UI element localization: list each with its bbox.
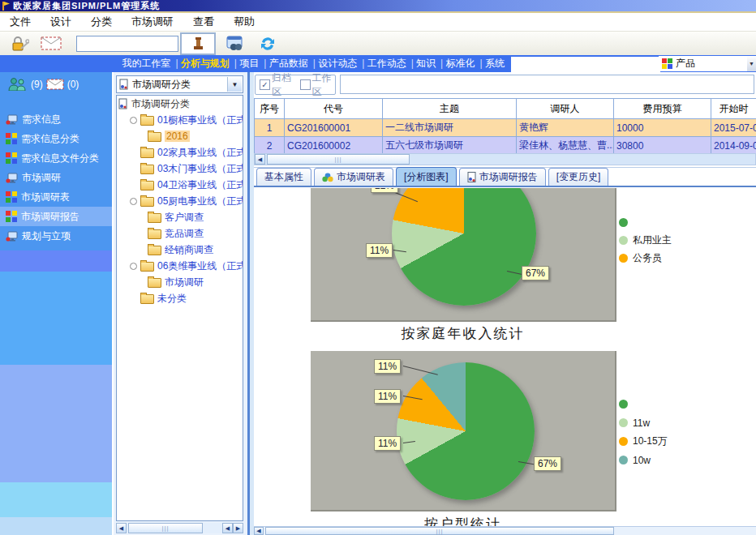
legend-swatch (619, 254, 628, 263)
nav-design-activity[interactable]: 设计动态 (311, 57, 359, 71)
category-dropdown[interactable]: 产品 (659, 56, 750, 71)
archive-zone-filter[interactable]: ✓ 归档区 (260, 71, 295, 99)
tab-change-history[interactable]: [变更历史] (548, 168, 609, 186)
window-search-icon[interactable] (222, 34, 248, 54)
housetype-pie-chart[interactable] (397, 362, 535, 500)
work-label: 工作区 (312, 71, 336, 99)
col-code[interactable]: 代号 (285, 99, 383, 119)
menu-market-research[interactable]: 市场调研 (122, 15, 183, 29)
col-start[interactable]: 开始时 (711, 99, 756, 119)
menu-help[interactable]: 帮助 (224, 15, 264, 29)
sidebar-item-planning[interactable]: 规划与立项 (0, 226, 112, 246)
tree-node[interactable]: 06奥维事业线（正式 (117, 258, 243, 274)
chevron-down-icon[interactable]: ▼ (747, 56, 756, 71)
tree-node[interactable]: 市场调研 (117, 274, 243, 290)
pie-label: 11% (374, 436, 401, 451)
tree-node[interactable]: 02家具事业线（正式 (117, 144, 243, 160)
filter-input[interactable] (340, 75, 754, 94)
tree-node[interactable]: 05厨电事业线（正式 (117, 193, 243, 209)
main-content: ✓ 归档区 工作区 序号 代号 主题 调研人 费用预算 开始时 1 (254, 72, 756, 535)
archive-checkbox[interactable]: ✓ (260, 79, 270, 90)
tree-expand-handle[interactable] (130, 117, 137, 124)
sidebar-item-market-research[interactable]: 市场调研 (0, 168, 112, 187)
nav-knowledge[interactable]: 知识 (409, 57, 438, 71)
tab-market-research-report[interactable]: 市场调研报告 (459, 168, 546, 186)
tree-node[interactable]: 04卫浴事业线（正式 (117, 177, 243, 193)
chevron-down-icon[interactable]: ▼ (227, 77, 242, 92)
grid-icon (662, 58, 672, 69)
pie-label: 11% (366, 243, 393, 258)
table-horizontal-scrollbar[interactable]: ◀ ||| (254, 153, 756, 165)
legend-item (619, 216, 672, 229)
tree-node[interactable]: 竞品调查 (117, 225, 243, 242)
table-row[interactable]: 2 CG201600002 五六七级市场调研 梁佳林、杨慧慧、曹... 3080… (255, 137, 756, 155)
sidebar-item-market-research-form[interactable]: 市场调研表 (0, 187, 112, 207)
tree-node[interactable]: 03木门事业线（正式 (117, 160, 243, 177)
menu-category[interactable]: 分类 (81, 15, 122, 29)
tab-basic-properties[interactable]: 基本属性 (256, 168, 311, 186)
menu-file[interactable]: 文件 (0, 15, 41, 29)
scroll-left-icon[interactable]: ◀ (255, 154, 265, 165)
scrollbar-thumb[interactable]: ||| (265, 527, 614, 535)
users-icon[interactable] (8, 78, 28, 91)
tree-horizontal-scrollbar[interactable]: ◀ ||| ◀ ▶ (116, 523, 243, 533)
scroll-right-icon[interactable]: ▶ (233, 523, 243, 533)
income-pie-chart[interactable] (392, 188, 536, 306)
tree-node[interactable]: 经销商调查 (117, 242, 243, 258)
category-tree: 市场调研分类 01橱柜事业线（正式 2016 02家具事业线（正式 03木门事业… (116, 95, 243, 521)
nav-system[interactable]: 系统 (478, 57, 507, 71)
legend-label: 10w (633, 455, 651, 466)
col-subject[interactable]: 主题 (383, 99, 517, 119)
table-header-row: 序号 代号 主题 调研人 费用预算 开始时 (255, 99, 756, 119)
legend-swatch (619, 400, 628, 409)
chart-horizontal-scrollbar[interactable]: ◀ ||| (254, 526, 756, 535)
tree-category-dropdown[interactable]: 市场调研分类 ▼ (116, 75, 243, 93)
tree-node[interactable]: 客户调查 (117, 209, 243, 225)
nav-project[interactable]: 项目 (232, 57, 261, 71)
menu-view[interactable]: 查看 (183, 15, 224, 29)
lock-key-icon[interactable] (11, 36, 29, 52)
tree-expand-handle[interactable] (130, 263, 137, 270)
nav-product-data[interactable]: 产品数据 (261, 57, 310, 71)
tab-market-research-form[interactable]: 市场调研表 (314, 168, 393, 186)
tab-analysis-charts[interactable]: [分析图表] (396, 167, 457, 186)
sidebar-item-requirement-file-category[interactable]: 需求信息文件分类 (0, 148, 112, 168)
pie-label: 22% (371, 188, 398, 193)
mail-icon[interactable] (41, 36, 62, 50)
legend-swatch (619, 218, 628, 227)
col-budget[interactable]: 费用预算 (614, 99, 711, 119)
sidebar-item-requirement-info[interactable]: 需求信息 (0, 109, 112, 129)
folder-icon (140, 197, 154, 207)
sidebar-item-market-research-report[interactable]: 市场调研报告 (0, 207, 112, 226)
application-window: 欧派家居集团SIPM/PLM管理系统 文件 设计 分类 市场调研 查看 帮助 (0, 0, 756, 535)
tree-root[interactable]: 市场调研分类 (117, 96, 243, 112)
nav-search-input[interactable] (511, 57, 660, 72)
scrollbar-thumb[interactable]: ||| (267, 154, 410, 165)
menu-design[interactable]: 设计 (41, 15, 81, 29)
nav-work-activity[interactable]: 工作动态 (359, 57, 408, 71)
scroll-left-icon[interactable]: ◀ (116, 523, 127, 533)
mail-icon[interactable] (46, 79, 64, 90)
col-seq[interactable]: 序号 (255, 99, 285, 119)
table-row[interactable]: 1 CG201600001 一二线市场调研 黄艳辉 10000 2015-07-… (255, 119, 756, 137)
toolbar-search-input[interactable] (76, 36, 178, 52)
analysis-chart-region: 22% 11% 67% 私用业主 公务员 按家庭年收入统计 11% 11% 11… (254, 187, 756, 535)
refresh-icon[interactable] (255, 34, 281, 54)
sidebar-item-requirement-category[interactable]: 需求信息分类 (0, 129, 112, 148)
tree-node[interactable]: 未分类 (117, 290, 243, 306)
scroll-left-icon[interactable]: ◀ (254, 527, 264, 535)
nav-analysis-planning[interactable]: 分析与规划 (173, 57, 231, 71)
seal-stamp-button[interactable] (180, 32, 216, 55)
scroll-left-icon[interactable]: ◀ (222, 523, 233, 533)
tree-expand-handle[interactable] (130, 198, 137, 205)
tree-node[interactable]: 2016 (117, 128, 243, 144)
tab-label: [分析图表] (404, 170, 449, 184)
scrollbar-thumb[interactable]: ||| (128, 523, 203, 533)
tree-node[interactable]: 01橱柜事业线（正式 (117, 112, 243, 128)
nav-my-workspace[interactable]: 我的工作室 (119, 57, 173, 71)
work-checkbox[interactable] (300, 79, 311, 90)
pie-label: 11% (374, 389, 401, 404)
work-zone-filter[interactable]: 工作区 (300, 71, 336, 99)
nav-standardization[interactable]: 标准化 (438, 57, 477, 71)
col-researcher[interactable]: 调研人 (517, 99, 614, 119)
